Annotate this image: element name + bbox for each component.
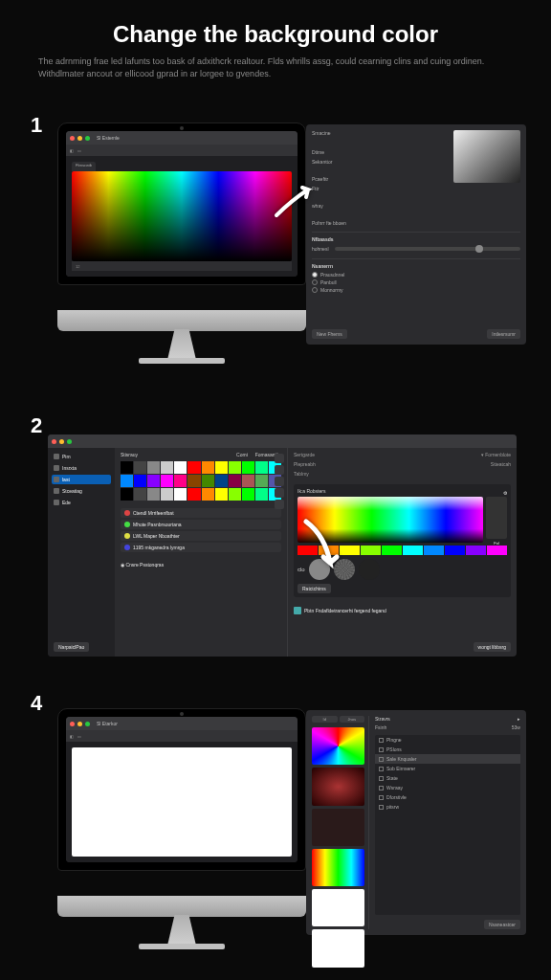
list-item[interactable]: Sob Eimserer [375, 764, 520, 773]
extra-link[interactable]: ◉ Cnsre Psstonqras [121, 562, 281, 568]
hue-swatch[interactable] [361, 546, 381, 555]
header-label[interactable]: Stteatcah [491, 461, 511, 467]
radio-option[interactable]: Panbull [312, 279, 520, 285]
minimize-icon[interactable] [77, 136, 82, 141]
info-chip[interactable]: Pbtn Fndafldetrancerht fergend fegand [294, 607, 511, 614]
sidebar-item[interactable]: Pim [52, 452, 111, 461]
sidebar-item[interactable]: Stceatiag [52, 486, 111, 496]
panel-button[interactable]: Nsaneastcer [484, 920, 520, 929]
gear-icon[interactable]: ⚙ [503, 490, 507, 496]
sidebar-item[interactable]: Ede [52, 498, 111, 507]
close-icon[interactable]: ▸ [518, 716, 520, 722]
panel-tab[interactable]: Smacine [312, 130, 448, 136]
color-swatch-grid[interactable] [121, 461, 281, 501]
color-spectrum-canvas[interactable] [72, 171, 292, 261]
color-swatch[interactable] [121, 461, 133, 474]
close-icon[interactable] [70, 136, 75, 141]
color-swatch[interactable] [312, 889, 364, 926]
minimize-icon[interactable] [59, 439, 64, 444]
color-swatch[interactable] [174, 461, 187, 474]
color-swatch[interactable] [202, 461, 214, 474]
list-item[interactable]: pitsrw [375, 802, 520, 812]
color-swatch[interactable] [229, 461, 241, 474]
mini-tab[interactable]: Jnos [340, 716, 365, 723]
hue-swatch[interactable] [403, 546, 423, 555]
toolbar-item[interactable]: ▭ [77, 734, 81, 739]
list-item[interactable]: State [375, 773, 520, 783]
panel-label[interactable]: Dtime [312, 149, 448, 155]
color-swatch[interactable] [215, 461, 228, 474]
color-swatch[interactable] [187, 488, 200, 501]
hue-swatch[interactable] [466, 546, 486, 555]
color-swatch[interactable] [187, 475, 200, 487]
gradient-preview[interactable] [453, 130, 520, 183]
toolbar-item[interactable]: ◧ [70, 734, 74, 739]
preset-swatch[interactable] [359, 559, 380, 580]
sidebar-item-active[interactable]: last [52, 475, 111, 484]
sidebar-item[interactable]: Insrxta [52, 463, 111, 473]
document-canvas[interactable] [72, 747, 292, 857]
zoom-icon[interactable] [85, 722, 90, 726]
color-swatch[interactable] [255, 488, 268, 501]
swatch-tab[interactable]: Comi [236, 452, 248, 457]
minimize-icon[interactable] [77, 722, 82, 726]
hue-swatch[interactable] [424, 546, 444, 555]
color-swatch[interactable] [147, 461, 160, 474]
picker-button[interactable]: Ratctchims [298, 584, 331, 593]
spectrum-swatch[interactable] [312, 849, 364, 886]
color-swatch[interactable] [202, 475, 214, 487]
list-item[interactable]: 1195 mkganedra lymrga [121, 543, 281, 552]
hue-swatch[interactable] [445, 546, 465, 555]
list-item[interactable]: Dforstivle [375, 792, 520, 802]
toolbar-item[interactable]: ◧ [70, 148, 74, 153]
color-swatch[interactable] [187, 461, 200, 474]
panel-button-right[interactable]: Intlesrsumr [487, 329, 520, 339]
color-swatch[interactable] [255, 461, 268, 474]
close-icon[interactable] [52, 439, 56, 444]
mini-tab[interactable]: Id [312, 716, 338, 723]
color-swatch[interactable] [312, 768, 364, 805]
list-item[interactable]: Wsraay [375, 783, 520, 792]
color-swatch[interactable] [174, 488, 187, 501]
hue-swatch[interactable] [382, 546, 402, 555]
panel-button[interactable]: NarpaiclPao [54, 642, 89, 652]
list-item[interactable]: Plngne [375, 735, 520, 745]
color-swatch[interactable] [312, 929, 364, 967]
list-item[interactable]: LWL Maper Nboathter [121, 531, 281, 541]
color-swatch[interactable] [215, 488, 228, 501]
color-wheel-swatch[interactable] [312, 727, 364, 765]
tool-icon[interactable] [275, 488, 284, 498]
color-swatch[interactable] [242, 488, 254, 501]
color-swatch[interactable] [134, 475, 146, 487]
tool-icon[interactable] [275, 454, 284, 463]
color-swatch[interactable] [255, 475, 268, 487]
zoom-icon[interactable] [85, 136, 90, 141]
panel-label[interactable]: Fttr [312, 186, 448, 191]
color-swatch[interactable] [174, 475, 187, 487]
tool-icon[interactable] [275, 477, 284, 486]
tool-icon[interactable] [275, 465, 284, 475]
radio-option[interactable]: Monnormy [312, 287, 520, 293]
list-item[interactable]: PSlons [375, 745, 520, 754]
color-swatch[interactable] [229, 488, 241, 501]
color-swatch[interactable] [134, 461, 146, 474]
color-swatch[interactable] [161, 475, 173, 487]
color-swatch[interactable] [147, 488, 160, 501]
color-swatch[interactable] [215, 475, 228, 487]
zoom-icon[interactable] [67, 439, 72, 444]
color-swatch[interactable] [161, 461, 173, 474]
color-swatch[interactable] [161, 488, 173, 501]
list-item[interactable]: Sale Knqualer [375, 754, 520, 764]
color-swatch[interactable] [121, 475, 133, 487]
panel-label[interactable]: Pcaefttr [312, 176, 448, 182]
color-swatch[interactable] [229, 475, 241, 487]
hue-swatch[interactable] [487, 546, 507, 555]
adjustment-slider[interactable] [335, 247, 520, 251]
color-swatch[interactable] [121, 488, 133, 501]
close-icon[interactable] [70, 722, 75, 726]
radio-option[interactable]: Prausdnnel [312, 272, 520, 278]
toggle-switch[interactable] [486, 497, 507, 539]
color-swatch[interactable] [202, 488, 214, 501]
document-tab[interactable]: Fbnscwib [72, 162, 96, 171]
toolbar-item[interactable]: ▭ [77, 148, 81, 153]
